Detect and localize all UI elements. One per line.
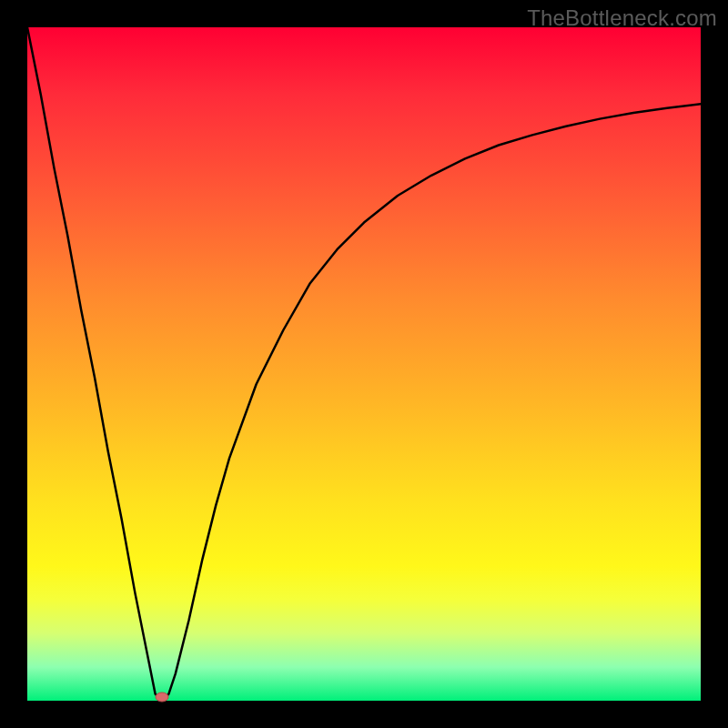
plot-area <box>27 27 701 701</box>
optimum-marker <box>156 693 168 702</box>
attribution-text: TheBottleneck.com <box>527 5 717 31</box>
bottleneck-curve <box>27 27 701 701</box>
curve-svg <box>27 27 701 701</box>
chart-frame: TheBottleneck.com <box>0 0 728 728</box>
